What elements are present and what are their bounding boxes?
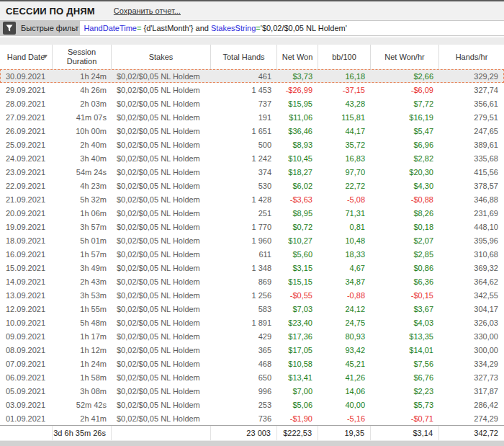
save-report-link[interactable]: Сохранить отчет... (114, 6, 181, 15)
table-row[interactable]: 05.09.20213h 08m$0,02/$0,05 NL Holdem996… (0, 384, 504, 398)
table-row[interactable]: 18.09.20215h 01m$0,02/$0,05 NL Holdem1 9… (0, 233, 504, 247)
cell-session-duration: 3h 40m (53, 154, 112, 163)
cell-hands-hr: 346,88 (439, 195, 504, 204)
table-row[interactable]: 16.09.20211h 57m$0,02/$0,05 NL Holdem611… (0, 247, 504, 261)
cell-hand-date: 19.09.2021 (0, 223, 53, 231)
table-row[interactable]: 09.09.20211h 17m$0,02/$0,05 NL Holdem429… (0, 329, 504, 343)
table-row[interactable]: 13.09.20213h 53m$0,02/$0,05 NL Holdem1 2… (0, 288, 504, 302)
cell-hands-hr: 335,68 (439, 154, 504, 163)
filter-expression-input[interactable]: HandDateTime= {d'LastMonth'} and StakesS… (80, 21, 504, 35)
sort-desc-icon (43, 55, 48, 58)
column-header-net-won[interactable]: Net Won (277, 45, 318, 69)
cell-session-duration: 41m 07s (53, 113, 112, 122)
cell-hand-date: 15.09.2021 (0, 264, 53, 272)
table-row[interactable]: 15.09.20213h 49m$0,02/$0,05 NL Holdem1 3… (0, 261, 504, 275)
cell-session-duration: 2h 40m (53, 141, 112, 149)
table-row[interactable]: 26.09.202110h 00m$0,02/$0,05 NL Holdem1 … (0, 124, 504, 138)
cell-hands-hr: 317,87 (439, 387, 504, 396)
table-row[interactable]: 25.09.20212h 40m$0,02/$0,05 NL Holdem500… (0, 138, 504, 151)
cell-bb100: 34,87 (318, 277, 371, 286)
table-row[interactable]: 20.09.20211h 06m$0,02/$0,05 NL Holdem251… (0, 206, 504, 220)
table-row[interactable]: 06.09.20211h 58m$0,02/$0,05 NL Holdem650… (0, 370, 504, 384)
cell-hands-hr: 286,42 (439, 401, 504, 409)
cell-bb100: 10,48 (318, 236, 371, 245)
cell-stakes: $0,02/$0,05 NL Holdem (112, 305, 211, 313)
cell-net-won: $15,95 (277, 99, 318, 108)
quick-filter-bar: Быстрые фильт HandDateTime= {d'LastMonth… (0, 20, 504, 36)
cell-net-won: -$3,63 (277, 195, 318, 204)
table-row[interactable]: 28.09.20212h 03m$0,02/$0,05 NL Holdem737… (0, 97, 504, 110)
cell-bb100: -37,15 (318, 86, 371, 94)
cell-bb100: 44,17 (318, 127, 371, 135)
cell-session-duration: 1h 57m (53, 250, 112, 259)
column-header-hand-date[interactable]: Hand Date (0, 45, 53, 69)
cell-hand-date: 24.09.2021 (0, 154, 53, 163)
quick-filter-label: Быстрые фильт (21, 24, 78, 32)
filter-token: HandDateTime (84, 24, 137, 32)
table-row[interactable]: 29.09.20214h 26m$0,02/$0,05 NL Holdem1 4… (0, 83, 504, 97)
funnel-icon (5, 24, 14, 32)
filter-button[interactable] (3, 22, 16, 35)
cell-bb100: 16,83 (318, 154, 371, 163)
cell-session-duration: 1h 12m (53, 346, 112, 354)
table-row[interactable]: 08.09.20211h 12m$0,02/$0,05 NL Holdem365… (0, 343, 504, 357)
table-row[interactable]: 07.09.20211h 24m$0,02/$0,05 NL Holdem468… (0, 357, 504, 370)
cell-net-won-hr: $5,73 (371, 401, 439, 409)
table-row[interactable]: 24.09.20213h 40m$0,02/$0,05 NL Holdem1 2… (0, 151, 504, 165)
cell-bb100: 18,33 (318, 250, 371, 259)
cell-net-won-hr: $2,82 (371, 154, 439, 163)
cell-net-won: $13,41 (277, 373, 318, 382)
cell-hand-date: 03.09.2021 (0, 401, 53, 409)
totals-stakes-cell (112, 426, 211, 440)
column-header-label: Total Hands (222, 53, 264, 62)
cell-total-hands: 251 (211, 209, 277, 218)
cell-net-won-hr: $2,23 (371, 387, 439, 396)
cell-stakes: $0,02/$0,05 NL Holdem (112, 113, 211, 122)
table-row[interactable]: 10.09.20215h 48m$0,02/$0,05 NL Holdem1 8… (0, 316, 504, 329)
cell-net-won: $0,72 (277, 223, 318, 231)
totals-duration: 3d 6h 35m 26s (53, 426, 112, 440)
table-row[interactable]: 30.09.20211h 24m$0,02/$0,05 NL Holdem461… (0, 69, 504, 83)
table-row[interactable]: 19.09.20213h 57m$0,02/$0,05 NL Holdem1 7… (0, 220, 504, 233)
column-header-bb-100[interactable]: bb/100 (318, 45, 371, 69)
table-header-row: Hand DateSession DurationStakesTotal Han… (0, 45, 504, 69)
cell-hand-date: 08.09.2021 (0, 346, 53, 354)
filter-token: StakesString (211, 24, 256, 32)
cell-session-duration: 3h 53m (53, 291, 112, 300)
cell-stakes: $0,02/$0,05 NL Holdem (112, 209, 211, 218)
cell-net-won-hr: $4,30 (371, 182, 439, 190)
cell-total-hands: 1 651 (211, 127, 277, 135)
cell-bb100: -0,88 (318, 291, 371, 300)
totals-date-cell (0, 426, 53, 440)
table-row[interactable]: 22.09.20214h 23m$0,02/$0,05 NL Holdem530… (0, 179, 504, 192)
cell-stakes: $0,02/$0,05 NL Holdem (112, 264, 211, 272)
cell-session-duration: 1h 06m (53, 209, 112, 218)
table-row[interactable]: 14.09.20212h 43m$0,02/$0,05 NL Holdem869… (0, 275, 504, 288)
cell-net-won-hr: $6,76 (371, 373, 439, 382)
cell-session-duration: 1h 55m (53, 305, 112, 313)
cell-hand-date: 22.09.2021 (0, 182, 53, 190)
cell-stakes: $0,02/$0,05 NL Holdem (112, 360, 211, 368)
column-header-stakes[interactable]: Stakes (112, 45, 211, 69)
cell-hand-date: 01.09.2021 (0, 414, 53, 423)
cell-net-won-hr: $2,07 (371, 236, 439, 245)
cell-net-won-hr: -$0,15 (371, 291, 439, 300)
column-header-session-duration[interactable]: Session Duration (53, 45, 112, 69)
cell-total-hands: 1 256 (211, 291, 277, 300)
cell-hand-date: 21.09.2021 (0, 195, 53, 204)
table-row[interactable]: 21.09.20215h 32m$0,02/$0,05 NL Holdem1 4… (0, 192, 504, 206)
column-header-total-hands[interactable]: Total Hands (211, 45, 277, 69)
cell-net-won-hr: -$0,71 (371, 414, 439, 423)
table-row[interactable]: 12.09.20211h 55m$0,02/$0,05 NL Holdem583… (0, 302, 504, 316)
cell-stakes: $0,02/$0,05 NL Holdem (112, 277, 211, 286)
cell-total-hands: 996 (211, 387, 277, 396)
table-row[interactable]: 03.09.202152m 42s$0,02/$0,05 NL Holdem25… (0, 398, 504, 411)
cell-hand-date: 18.09.2021 (0, 236, 53, 245)
column-header-hands-hr[interactable]: Hands/hr (439, 45, 504, 69)
column-header-label: Net Won (282, 53, 313, 62)
column-header-net-won-hr[interactable]: Net Won/hr (371, 45, 439, 69)
table-row[interactable]: 27.09.202141m 07s$0,02/$0,05 NL Holdem19… (0, 110, 504, 124)
table-row[interactable]: 01.09.20212h 41m$0,02/$0,05 NL Holdem736… (0, 411, 504, 425)
table-row[interactable]: 23.09.202154m 24s$0,02/$0,05 NL Holdem37… (0, 165, 504, 179)
cell-hand-date: 14.09.2021 (0, 277, 53, 286)
